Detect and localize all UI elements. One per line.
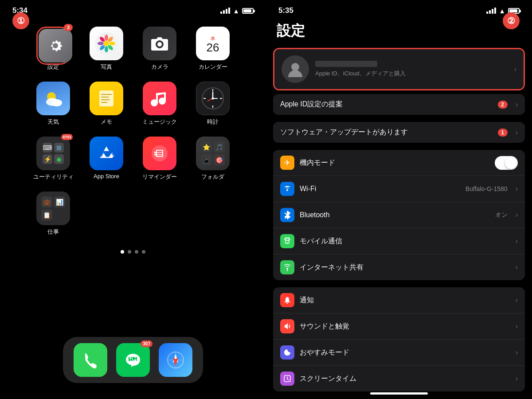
dock-line[interactable]: 307 [116, 343, 150, 377]
hotspot-icon [280, 260, 294, 274]
app-settings[interactable]: 3 設定 [31, 27, 75, 71]
app-calendar[interactable]: 水 26 カレンダー [191, 27, 235, 71]
mobile-row[interactable]: モバイル通信 › [273, 228, 525, 254]
svg-rect-17 [101, 102, 107, 103]
notifications-chevron: › [516, 296, 518, 304]
connectivity-group: ✈ 機内モード Wi-Fi Buffalo-G-1580 › [273, 150, 525, 280]
svg-point-61 [291, 63, 299, 71]
photos-label: 写真 [101, 63, 112, 71]
dock-safari[interactable] [159, 343, 192, 377]
app-camera[interactable]: カメラ [137, 27, 182, 71]
apple-id-suggestion-label: Apple ID設定の提案 [280, 100, 493, 109]
app-work[interactable]: 💼 📊 📋 仕事 [31, 192, 75, 236]
left-status-bar: 5:34 ▲ [0, 0, 266, 18]
home-indicator-area [266, 392, 532, 399]
right-panel: ② 5:35 ▲ 設定 [266, 0, 532, 399]
svg-text:📱: 📱 [203, 156, 211, 164]
mobile-chevron: › [516, 237, 518, 245]
profile-row[interactable]: Apple ID、iCloud、メディアと購入 › [274, 49, 524, 89]
battery-icon [242, 8, 254, 14]
line-badge: 307 [141, 340, 153, 347]
hotspot-row[interactable]: インターネット共有 › [273, 254, 525, 280]
right-wifi-icon: ▲ [499, 7, 505, 15]
dot-2 [128, 250, 131, 254]
page-indicator [121, 250, 145, 254]
clock-icon [196, 82, 230, 115]
apple-id-suggestion-row[interactable]: Apple ID設定の提案 2 › [273, 94, 525, 115]
svg-text:◉: ◉ [56, 156, 62, 163]
music-label: ミュージック [142, 118, 177, 126]
svg-point-12 [51, 99, 62, 106]
profile-section[interactable]: Apple ID、iCloud、メディアと購入 › [273, 48, 525, 90]
step-label-2: ② [503, 12, 520, 29]
notifications-icon [280, 293, 294, 307]
avatar [282, 55, 309, 83]
notifications-row[interactable]: 通知 › [273, 287, 525, 313]
utilities-label: ユーティリティ [33, 173, 74, 181]
apple-id-chevron: › [516, 101, 518, 109]
line-icon [116, 343, 150, 377]
bluetooth-row[interactable]: Bluetooth オン › [273, 202, 525, 228]
app-music[interactable]: ミュージック [137, 82, 182, 126]
sounds-row[interactable]: サウンドと触覚 › [273, 313, 525, 340]
airplane-icon: ✈ [280, 156, 294, 170]
svg-text:⊞: ⊞ [56, 144, 62, 151]
svg-rect-16 [101, 99, 110, 100]
wifi-row[interactable]: Wi-Fi Buffalo-G-1580 › [273, 176, 525, 202]
svg-rect-13 [99, 90, 113, 106]
utilities-icon: ⌨ ⊞ ⚡ ◉ [36, 137, 70, 170]
dnd-label: おやすみモード [300, 348, 510, 357]
appstore-icon [90, 137, 123, 170]
bluetooth-label: Bluetooth [300, 211, 490, 219]
airplane-mode-row[interactable]: ✈ 機内モード [273, 150, 525, 176]
svg-point-5 [105, 46, 108, 52]
wifi-chevron: › [516, 185, 518, 193]
left-panel: ① 5:34 ▲ [0, 0, 266, 399]
svg-text:⚡: ⚡ [44, 156, 52, 163]
svg-point-7 [98, 42, 104, 45]
airplane-toggle[interactable] [495, 156, 518, 170]
hotspot-chevron: › [516, 263, 518, 271]
svg-point-40 [154, 152, 156, 153]
folder-icon: ⭐ 🎵 📱 🎯 [196, 137, 230, 170]
software-update-row[interactable]: ソフトウェア・アップデートがあります 1 › [273, 122, 525, 143]
svg-text:⭐: ⭐ [203, 144, 211, 151]
svg-text:🎵: 🎵 [215, 144, 223, 151]
svg-text:📊: 📊 [56, 199, 64, 206]
app-photos[interactable]: 写真 [84, 27, 129, 71]
svg-point-37 [152, 145, 168, 161]
software-update-label: ソフトウェア・アップデートがあります [280, 128, 493, 137]
app-appstore[interactable]: App Store [84, 137, 129, 181]
home-indicator [370, 392, 428, 395]
bluetooth-icon [280, 208, 294, 222]
app-clock[interactable]: 時計 [191, 82, 235, 126]
app-utilities[interactable]: ⌨ ⊞ ⚡ ◉ 4791 ユーティリティ [31, 137, 75, 181]
apple-id-suggestion-group: Apple ID設定の提案 2 › [273, 94, 525, 115]
calendar-label: カレンダー [199, 63, 227, 71]
svg-text:⌨: ⌨ [43, 144, 52, 151]
right-signal-icon [486, 8, 496, 14]
settings-badge: 3 [64, 24, 73, 31]
settings-title: 設定 [266, 18, 532, 48]
profile-info: Apple ID、iCloud、メディアと購入 [315, 61, 508, 78]
mobile-icon [280, 234, 294, 248]
software-update-badge: 1 [498, 129, 508, 137]
right-time: 5:35 [278, 6, 293, 15]
app-weather[interactable]: 天気 [31, 82, 75, 126]
bluetooth-value: オン [495, 211, 508, 219]
svg-point-65 [286, 268, 288, 270]
notes-icon [90, 82, 123, 115]
svg-point-41 [154, 154, 156, 156]
software-update-group: ソフトウェア・アップデートがあります 1 › [273, 122, 525, 143]
calendar-icon: 水 26 [196, 27, 230, 60]
dock-phone[interactable] [74, 343, 107, 377]
signal-icon [220, 8, 230, 14]
dnd-row[interactable]: おやすみモード › [273, 340, 525, 366]
notes-label: メモ [101, 118, 112, 126]
sounds-chevron: › [516, 322, 518, 330]
screentime-row[interactable]: スクリーンタイム › [273, 366, 525, 391]
app-reminders[interactable]: リマインダー [137, 137, 182, 181]
svg-text:🎯: 🎯 [215, 156, 223, 164]
app-folder[interactable]: ⭐ 🎵 📱 🎯 フォルダ [191, 137, 235, 181]
app-notes[interactable]: メモ [84, 82, 129, 126]
